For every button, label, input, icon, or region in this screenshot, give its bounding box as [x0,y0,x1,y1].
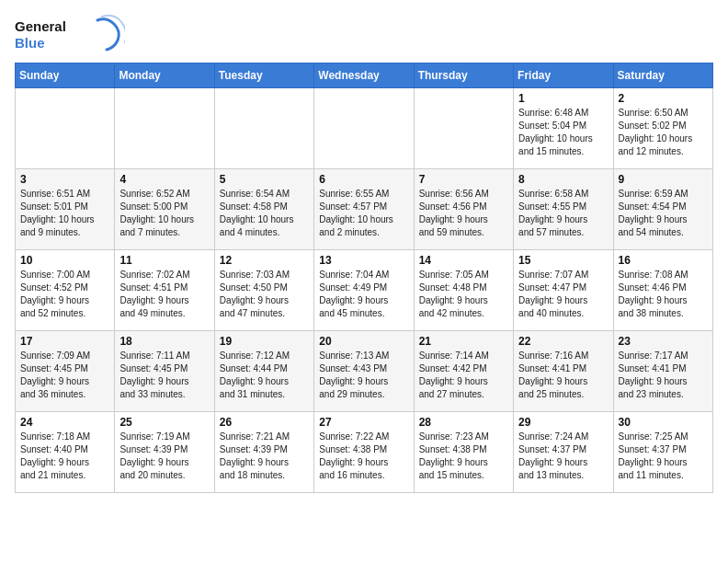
day-number: 30 [619,416,708,429]
day-number: 18 [119,335,209,348]
day-info: Sunrise: 7:13 AM Sunset: 4:43 PM Dayligh… [319,350,408,401]
svg-text:Blue: Blue [15,35,45,51]
calendar-cell: 15Sunrise: 7:07 AM Sunset: 4:47 PM Dayli… [514,250,613,331]
calendar-cell: 27Sunrise: 7:22 AM Sunset: 4:38 PM Dayli… [314,412,414,493]
day-number: 8 [518,173,608,186]
calendar-cell: 1Sunrise: 6:48 AM Sunset: 5:04 PM Daylig… [514,88,613,169]
calendar-cell: 16Sunrise: 7:08 AM Sunset: 4:46 PM Dayli… [613,250,712,331]
day-info: Sunrise: 6:52 AM Sunset: 5:00 PM Dayligh… [119,188,209,239]
calendar-cell: 17Sunrise: 7:09 AM Sunset: 4:45 PM Dayli… [16,331,115,412]
day-number: 19 [220,335,309,348]
day-number: 4 [119,173,209,186]
day-number: 20 [319,335,408,348]
day-info: Sunrise: 7:19 AM Sunset: 4:39 PM Dayligh… [119,431,209,482]
calendar-cell [16,88,115,169]
calendar-cell: 6Sunrise: 6:55 AM Sunset: 4:57 PM Daylig… [314,169,414,250]
day-info: Sunrise: 7:17 AM Sunset: 4:41 PM Dayligh… [619,350,708,401]
day-info: Sunrise: 7:23 AM Sunset: 4:38 PM Dayligh… [419,431,508,482]
calendar-cell: 25Sunrise: 7:19 AM Sunset: 4:39 PM Dayli… [115,412,214,493]
calendar-cell: 7Sunrise: 6:56 AM Sunset: 4:56 PM Daylig… [414,169,513,250]
day-info: Sunrise: 6:55 AM Sunset: 4:57 PM Dayligh… [319,188,408,239]
calendar-cell [115,88,214,169]
calendar-week-3: 10Sunrise: 7:00 AM Sunset: 4:52 PM Dayli… [16,250,713,331]
day-number: 3 [20,173,109,186]
day-number: 10 [20,254,109,267]
day-info: Sunrise: 7:07 AM Sunset: 4:47 PM Dayligh… [518,269,608,320]
day-info: Sunrise: 7:14 AM Sunset: 4:42 PM Dayligh… [419,350,508,401]
weekday-header-row: SundayMondayTuesdayWednesdayThursdayFrid… [16,63,713,88]
day-number: 11 [119,254,209,267]
day-number: 23 [619,335,708,348]
calendar-cell: 24Sunrise: 7:18 AM Sunset: 4:40 PM Dayli… [16,412,115,493]
calendar-week-2: 3Sunrise: 6:51 AM Sunset: 5:01 PM Daylig… [16,169,713,250]
svg-text:General: General [15,18,66,34]
day-number: 21 [419,335,508,348]
day-number: 22 [518,335,608,348]
calendar-table: SundayMondayTuesdayWednesdayThursdayFrid… [15,63,713,493]
day-info: Sunrise: 6:59 AM Sunset: 4:54 PM Dayligh… [619,188,708,239]
day-info: Sunrise: 7:08 AM Sunset: 4:46 PM Dayligh… [619,269,708,320]
calendar-week-1: 1Sunrise: 6:48 AM Sunset: 5:04 PM Daylig… [16,88,713,169]
weekday-header-tuesday: Tuesday [214,63,313,88]
day-number: 25 [119,416,209,429]
calendar-cell: 22Sunrise: 7:16 AM Sunset: 4:41 PM Dayli… [514,331,613,412]
calendar-cell: 13Sunrise: 7:04 AM Sunset: 4:49 PM Dayli… [314,250,414,331]
day-number: 13 [319,254,408,267]
day-info: Sunrise: 7:04 AM Sunset: 4:49 PM Dayligh… [319,269,408,320]
calendar-cell: 9Sunrise: 6:59 AM Sunset: 4:54 PM Daylig… [613,169,712,250]
weekday-header-saturday: Saturday [613,63,712,88]
day-info: Sunrise: 7:03 AM Sunset: 4:50 PM Dayligh… [220,269,309,320]
day-number: 6 [319,173,408,186]
day-number: 7 [419,173,508,186]
weekday-header-thursday: Thursday [414,63,513,88]
day-info: Sunrise: 6:54 AM Sunset: 4:58 PM Dayligh… [220,188,309,239]
day-number: 17 [20,335,109,348]
calendar-cell: 29Sunrise: 7:24 AM Sunset: 4:37 PM Dayli… [514,412,613,493]
day-info: Sunrise: 7:00 AM Sunset: 4:52 PM Dayligh… [20,269,109,320]
calendar-cell: 3Sunrise: 6:51 AM Sunset: 5:01 PM Daylig… [16,169,115,250]
day-number: 12 [220,254,309,267]
calendar-cell [214,88,313,169]
day-info: Sunrise: 6:58 AM Sunset: 4:55 PM Dayligh… [518,188,608,239]
calendar-cell: 18Sunrise: 7:11 AM Sunset: 4:45 PM Dayli… [115,331,214,412]
day-info: Sunrise: 7:11 AM Sunset: 4:45 PM Dayligh… [119,350,209,401]
day-number: 29 [518,416,608,429]
day-info: Sunrise: 7:25 AM Sunset: 4:37 PM Dayligh… [619,431,708,482]
calendar-cell: 10Sunrise: 7:00 AM Sunset: 4:52 PM Dayli… [16,250,115,331]
calendar-cell: 11Sunrise: 7:02 AM Sunset: 4:51 PM Dayli… [115,250,214,331]
day-info: Sunrise: 7:24 AM Sunset: 4:37 PM Dayligh… [518,431,608,482]
calendar-cell: 21Sunrise: 7:14 AM Sunset: 4:42 PM Dayli… [414,331,513,412]
calendar-cell [314,88,414,169]
day-number: 26 [220,416,309,429]
calendar-cell: 5Sunrise: 6:54 AM Sunset: 4:58 PM Daylig… [214,169,313,250]
day-number: 9 [619,173,708,186]
calendar-cell: 12Sunrise: 7:03 AM Sunset: 4:50 PM Dayli… [214,250,313,331]
calendar-cell: 2Sunrise: 6:50 AM Sunset: 5:02 PM Daylig… [613,88,712,169]
calendar-cell: 23Sunrise: 7:17 AM Sunset: 4:41 PM Dayli… [613,331,712,412]
calendar-header: SundayMondayTuesdayWednesdayThursdayFrid… [16,63,713,88]
day-info: Sunrise: 7:09 AM Sunset: 4:45 PM Dayligh… [20,350,109,401]
day-number: 14 [419,254,508,267]
calendar-cell: 4Sunrise: 6:52 AM Sunset: 5:00 PM Daylig… [115,169,214,250]
day-number: 1 [518,92,608,105]
day-number: 2 [619,92,708,105]
calendar-cell: 20Sunrise: 7:13 AM Sunset: 4:43 PM Dayli… [314,331,414,412]
weekday-header-sunday: Sunday [16,63,115,88]
logo-svg: General Blue [15,15,125,55]
calendar-body: 1Sunrise: 6:48 AM Sunset: 5:04 PM Daylig… [16,88,713,493]
day-info: Sunrise: 7:21 AM Sunset: 4:39 PM Dayligh… [220,431,309,482]
logo: General Blue [15,15,125,55]
calendar-week-5: 24Sunrise: 7:18 AM Sunset: 4:40 PM Dayli… [16,412,713,493]
day-info: Sunrise: 7:18 AM Sunset: 4:40 PM Dayligh… [20,431,109,482]
day-number: 15 [518,254,608,267]
day-number: 16 [619,254,708,267]
calendar-cell: 28Sunrise: 7:23 AM Sunset: 4:38 PM Dayli… [414,412,513,493]
day-number: 28 [419,416,508,429]
day-info: Sunrise: 7:12 AM Sunset: 4:44 PM Dayligh… [220,350,309,401]
day-number: 24 [20,416,109,429]
day-number: 5 [220,173,309,186]
day-info: Sunrise: 6:48 AM Sunset: 5:04 PM Dayligh… [518,107,608,158]
weekday-header-monday: Monday [115,63,214,88]
day-number: 27 [319,416,408,429]
day-info: Sunrise: 6:51 AM Sunset: 5:01 PM Dayligh… [20,188,109,239]
